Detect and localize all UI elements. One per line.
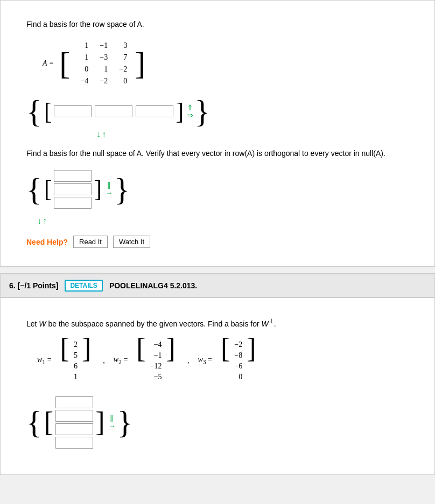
p6-brace-right: }: [117, 409, 132, 436]
bracket-right: ]: [135, 38, 145, 89]
need-help-label: Need Help?: [26, 238, 68, 246]
row-input-3[interactable]: [136, 105, 173, 117]
row-space-answer-area: { [ ] ⇑ ⇒ }: [26, 98, 409, 125]
w2-label: w2 =: [114, 356, 128, 366]
p6-brace-left: {: [26, 409, 42, 436]
down-arrow-icon: ↓: [96, 130, 101, 139]
row-space-instruction: Find a basis for the row space of A.: [26, 19, 409, 30]
problem6-points: 6. [−/1 Points]: [9, 281, 58, 290]
null-input-1[interactable]: [54, 170, 92, 182]
outer-brace-right: }: [194, 98, 210, 125]
w2-bracket-right: ]: [166, 337, 176, 385]
comma1: ,: [103, 357, 105, 365]
read-it-button[interactable]: Read It: [73, 236, 108, 248]
problem6-header: 6. [−/1 Points] DETAILS POOLELINALG4 5.2…: [0, 274, 435, 297]
p6-input-2[interactable]: [55, 410, 93, 422]
matrix-content: 1 −1 3 1 −3 7 0 1 −2 −4 −2 0: [70, 38, 135, 89]
p6-double-arrow: ‖: [110, 414, 114, 422]
outer-brace-left: {: [26, 98, 42, 125]
null-input-2[interactable]: [54, 183, 92, 195]
up-arrow-icon: ↑: [102, 130, 106, 139]
matrix-display: A = [ 1 −1 3 1 −3 7 0 1 −2 −4 −2 0 ]: [43, 38, 409, 89]
matrix-label: A =: [43, 59, 54, 68]
p6-bracket-right: ]: [95, 411, 104, 434]
comma2: ,: [187, 357, 190, 365]
w3-bracket-right: ]: [247, 337, 256, 385]
bracket-left: [: [59, 38, 70, 89]
problem6-title: POOLELINALG4 5.2.013.: [109, 281, 197, 290]
null-input-3[interactable]: [54, 197, 92, 209]
w3-bracket-left: [: [221, 337, 230, 385]
p6-bracket-left: [: [44, 411, 53, 434]
null-up-arrow-icon: ↑: [43, 216, 47, 226]
null-double-arrow: ‖: [107, 181, 111, 189]
p6-input-4[interactable]: [55, 437, 93, 449]
p6-input-1[interactable]: [55, 396, 93, 408]
null-space-instruction: Find a basis for the null space of A. Ve…: [26, 148, 409, 159]
null-brace-left: {: [26, 176, 42, 203]
null-right-arrow: →: [106, 189, 113, 197]
null-bracket-left: [: [44, 179, 52, 199]
details-badge[interactable]: DETAILS: [65, 280, 102, 292]
p6-right-arrow: →: [108, 422, 115, 430]
sort-arrows-row[interactable]: ↓ ↑: [96, 130, 409, 139]
null-bracket-right: ]: [94, 179, 102, 199]
w3-label: w3 =: [198, 356, 212, 366]
watch-it-button[interactable]: Watch It: [113, 236, 150, 248]
w1-label: w1 =: [37, 356, 52, 366]
w2-bracket-left: [: [136, 337, 145, 385]
null-down-arrow-icon: ↓: [37, 216, 41, 226]
row-input-1[interactable]: [54, 105, 92, 117]
w1-bracket-left: [: [60, 337, 69, 385]
problem6-instruction: Let W be the subspace spanned by the giv…: [26, 316, 409, 330]
problem6-answer-area: { [ ] ‖ → }: [26, 393, 409, 452]
p6-input-3[interactable]: [55, 423, 93, 435]
inner-bracket-left: [: [44, 102, 52, 122]
w1-bracket-right: ]: [82, 337, 91, 385]
null-brace-right: }: [114, 176, 130, 203]
row-input-2[interactable]: [95, 105, 132, 117]
double-arrow-icon: ⇑ ⇒: [187, 104, 193, 119]
sort-arrows-null[interactable]: ↓ ↑: [37, 216, 409, 226]
inner-bracket-right: ]: [176, 102, 184, 122]
w-vectors-display: w1 = [ 2 5 6 1 ] , w2 = [ −4 −1 −12: [37, 337, 409, 385]
need-help-section: Need Help? Read It Watch It: [26, 236, 409, 248]
null-space-answer-area: { [ ] ‖ → }: [26, 167, 409, 212]
